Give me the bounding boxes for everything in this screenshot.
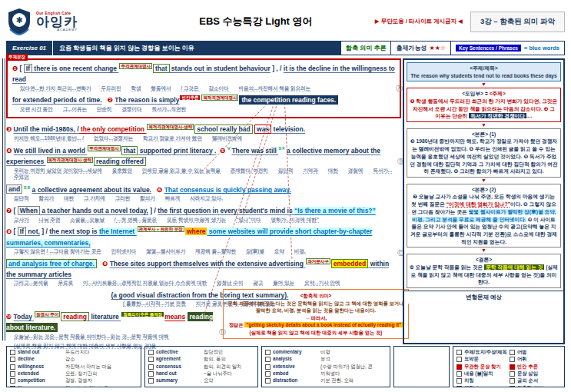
keyword-highlight: embedded: [331, 259, 369, 268]
korean-gloss-line: 있다면...한 가지 최근의...변화가두드러진학생행동에서/ 그것은감소이다마…: [20, 85, 395, 91]
vocab-word: collective: [156, 348, 204, 355]
korean-gloss: 행동에서: [151, 85, 171, 91]
shield-logo-icon: ✱: [6, 8, 32, 35]
vocab-checkbox[interactable]: [148, 371, 154, 377]
vocab-checkbox[interactable]: [265, 357, 271, 362]
vocab-meaning: 두드러지다: [65, 348, 89, 355]
predict-checkbox[interactable]: [456, 357, 462, 362]
vocab-checkbox[interactable]: [10, 371, 15, 377]
korean-gloss: 몇몇...웹사이트가: [146, 248, 185, 254]
sidebar-box-body: ❸ 1980년대 중반까지만 해도, 학교가 정말로 가져야 했던 경쟁자는 텔…: [410, 138, 558, 175]
predict-label: 연결어: [464, 384, 479, 387]
predict-label: 어법: [517, 348, 527, 355]
korean-gloss: 소설을...오늘날: [70, 217, 104, 223]
korean-gloss: 장(章)별: [246, 248, 264, 254]
question-type-label: 함축 의미 추론: [341, 41, 391, 55]
keyword-highlight: “getting sketchy details about a book in…: [244, 322, 403, 327]
vocab-checkbox[interactable]: [265, 371, 271, 377]
vocab-checkbox[interactable]: [148, 364, 154, 370]
text-segment: means: [164, 313, 185, 321]
grammar-tag: 목적격관계대명사: [201, 95, 238, 101]
vocab-checkbox[interactable]: [148, 378, 154, 384]
grammar-tag: 과거분사구: [306, 258, 330, 264]
korean-gloss: 그리고...분석을: [14, 280, 48, 286]
vocab-checkbox[interactable]: [265, 378, 271, 384]
vocab-word: extended: [18, 370, 65, 377]
vocab-meaning: (수량 따위가) 엄청난, 큰: [320, 363, 373, 370]
vocab-checkbox[interactable]: [10, 364, 15, 370]
text-segment: These sites support themselves with the …: [110, 260, 306, 267]
predict-checkbox[interactable]: [510, 350, 515, 355]
predict-checkbox[interactable]: [456, 386, 462, 387]
sentence-group: ❸ Until the mid-1980s, / the only compet…: [6, 124, 401, 201]
english-line: ❹ We still lived in a world 주격관계대명사that …: [6, 145, 393, 168]
english-line: ❼ [ When a teacher hands out a novel tod…: [6, 205, 393, 216]
korean-gloss: 학생: [131, 85, 141, 91]
predict-row: 지칭: [456, 377, 508, 384]
sidebar-box-body: ❿ 오늘날 문학 작품을 읽는 것은 문학 작품에 대해 읽는 것 (실제로 책…: [410, 264, 558, 286]
korean-gloss-line: 집단적합의가대한그 가치에그러한합의가빠르게사라지고 있다.: [14, 195, 393, 201]
predicted-questions-box: 주제/요지/주장/제목요약문무관한 문장 찾기내용 (불)일치지칭연결어어법어휘…: [453, 346, 565, 387]
text-segment: We still lived in a world: [14, 147, 88, 154]
syntax-marker: S②: [22, 185, 32, 190]
sentence-number: ❹: [6, 147, 14, 154]
predict-label: 함축적 의미: [517, 384, 543, 387]
predict-row: 어휘: [510, 355, 561, 362]
predict-checkbox[interactable]: [456, 350, 462, 355]
vocab-checkbox[interactable]: [10, 350, 15, 355]
predict-label: 문장 삽입: [517, 370, 538, 377]
emphasis-tag: 빈칸추론: [180, 95, 200, 100]
predict-row: 연결어: [456, 384, 508, 387]
predict-checkbox[interactable]: [456, 371, 462, 377]
vocab-checkbox[interactable]: [265, 364, 271, 370]
english-line: ❽ [ If not, ] / the next stop is the Int…: [6, 226, 393, 248]
copyright-warning: ▶ 무단도용 / 타사이트 게시금지 ◀: [375, 18, 463, 25]
predict-checkbox[interactable]: [510, 386, 515, 387]
text-segment: <주제/제목>: [470, 65, 497, 71]
predict-checkbox[interactable]: [456, 364, 462, 370]
text-segment: <도입부>: [462, 91, 483, 96]
implied-meaning-line: 정답은 “getting sketchy details about a boo…: [227, 321, 404, 328]
korean-gloss-line: 오늘날...읽는 것은...문학 작품을 의미한다...읽는 것...문학 작품…: [14, 334, 215, 340]
korean-gloss: 인쇄된 글을 읽고 쓸 수 있는 능력을: [142, 168, 221, 174]
korean-gloss: 합의가: [140, 195, 155, 201]
text-segment: [102, 96, 108, 104]
korean-gloss: 엄청난 수의: [217, 280, 243, 286]
english-line: and analysis free of charge. ❾ These sit…: [6, 258, 393, 281]
korean-gloss-line: 오랜 시간 동안그...이유는단순히경쟁이다독서가...직면한: [20, 106, 395, 112]
sidebar-box-title: <본론> (2): [410, 186, 558, 194]
vocab-word: analysis: [273, 355, 320, 362]
vocab-checkbox[interactable]: [10, 357, 15, 362]
korean-gloss: 대한: [328, 168, 338, 174]
vocab-meaning: 읽고 쓸 수 있는 능력: [65, 384, 109, 387]
korean-gloss: 나눠 주면: [39, 217, 61, 223]
english-line: ❿ Today 동명사 주어reading literature 함축의미추론 …: [6, 311, 215, 334]
vocab-checkbox[interactable]: [148, 357, 154, 362]
text-segment: that: [121, 146, 138, 155]
text-segment: 정답은: [229, 322, 245, 327]
vocab-row: stand out두드러지다: [10, 348, 138, 355]
vocab-meaning: 자진해서 하려는 마음: [65, 363, 111, 370]
vocab-checkbox[interactable]: [10, 378, 15, 384]
korean-gloss: 무료로: [58, 280, 73, 286]
predict-checkbox[interactable]: [456, 378, 462, 384]
sentence-number: ❶: [12, 65, 20, 72]
text-segment: a teacher hands out a novel today,: [40, 207, 148, 214]
vocab-row: literacy읽고 쓸 수 있는 능력: [10, 384, 138, 387]
text-segment: If: [24, 64, 32, 73]
vocab-checkbox[interactable]: [265, 350, 271, 355]
vocab-checkbox[interactable]: [148, 350, 154, 355]
text-segment: [: [20, 65, 24, 72]
implied-meaning-line: (실제로 책을 읽지 않고 책에 대한 대중의 세부 사항을 얻는 것): [227, 329, 404, 336]
predict-checkbox[interactable]: [510, 371, 515, 377]
vocab-checkbox[interactable]: [10, 386, 15, 387]
predict-checkbox[interactable]: [510, 364, 515, 370]
likelihood-text: 출제가능성: [396, 44, 427, 52]
predict-checkbox[interactable]: [510, 378, 515, 384]
vocab-word: extensive: [273, 363, 320, 370]
text-segment: ] , /: [271, 65, 284, 72]
text-segment: <본론> (1): [472, 131, 496, 137]
predict-checkbox[interactable]: [510, 357, 515, 362]
sentence-number: ❽: [6, 228, 14, 235]
text-segment: The reason is simply: [115, 96, 179, 104]
